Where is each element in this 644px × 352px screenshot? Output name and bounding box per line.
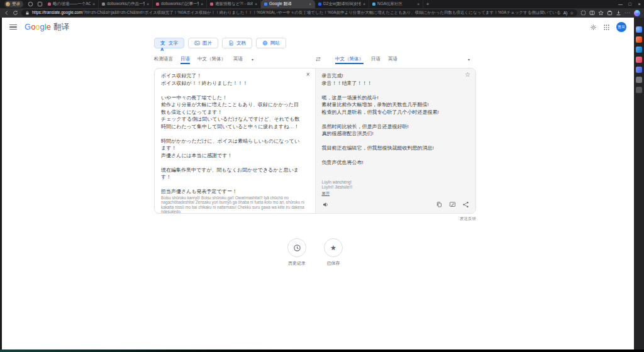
close-button[interactable]: ×: [635, 0, 644, 8]
settings-gear-icon[interactable]: [590, 24, 597, 31]
tab-title: 略の現場——一个ACG交流網站: [53, 1, 91, 7]
send-feedback-link[interactable]: 发送反馈: [460, 216, 476, 221]
tab-favicon: [102, 3, 105, 6]
tab-favicon: [156, 3, 159, 6]
tab-close-icon[interactable]: ×: [363, 2, 365, 6]
address-bar[interactable]: https://translate.google.com/?hl=zh-CN&s…: [21, 9, 577, 16]
tab-close-icon[interactable]: ×: [201, 2, 203, 6]
copy-translation-icon[interactable]: [436, 201, 443, 208]
browser-profile-button[interactable]: 登录: [4, 1, 23, 8]
tools-icon[interactable]: [636, 77, 642, 83]
history-clock-icon: [293, 244, 301, 252]
lang-japanese[interactable]: 日语: [371, 54, 380, 64]
tab-favicon: [318, 3, 321, 6]
source-text-input[interactable]: ボイス収録完了！ ボイス収録が！！終わりました！！！ いやー中々の長丁場でした！…: [161, 72, 309, 195]
romaji-transliteration: Boisu shūroku kanryō! Boisu shūroku ga!!…: [161, 195, 309, 214]
tab-favicon: [372, 3, 375, 6]
translation-panels: × ボイス収録完了！ ボイス収録が！！終わりました！！！ いやー中々の長丁場でし…: [154, 68, 476, 214]
apps-grid-icon[interactable]: [603, 24, 610, 31]
screenshot-icon[interactable]: [580, 10, 586, 16]
lang-english[interactable]: 英语: [233, 54, 243, 64]
lang-english[interactable]: 英语: [388, 54, 397, 64]
workspaces-icon[interactable]: [28, 1, 33, 7]
account-avatar[interactable]: 宣旦: [616, 22, 626, 32]
quick-actions: 历史记录 ★ 已保存: [154, 238, 476, 267]
browser-tab[interactable]: 通販情報など?! - dobuworks - C ×: [207, 0, 261, 8]
mode-label: 文字: [169, 40, 178, 47]
lang-chinese-simplified[interactable]: 中文（简体）: [197, 54, 226, 64]
tab-title: 通販情報など?! - dobuworks - C: [215, 1, 253, 7]
history-button[interactable]: 历史记录: [287, 238, 306, 267]
text-mode-icon: 文A: [160, 40, 166, 46]
translate-header: Google 翻译 宣旦: [2, 18, 634, 36]
browser-tab[interactable]: dobuworksの記事一覧 - C-en ×: [153, 0, 207, 8]
mode-text-button[interactable]: 文A 文字: [154, 38, 184, 48]
history-label: 历史记录: [288, 260, 306, 267]
read-aloud-icon[interactable]: A): [564, 11, 568, 15]
mode-image-button[interactable]: 图片: [188, 38, 218, 48]
tab-close-icon[interactable]: ×: [417, 2, 419, 6]
swap-languages-icon[interactable]: [315, 56, 321, 62]
mode-document-button[interactable]: 文档: [222, 38, 252, 48]
expand-link[interactable]: 展开: [322, 191, 470, 197]
pinyin-transliteration: Lùyīn wánchéng! Lùyīn!! Jiéshùle!!!: [322, 180, 470, 189]
browser-tab[interactable]: dobuworksの作品一覧 - C-en ×: [99, 0, 153, 8]
browser-titlebar: 登录 略の現場——一个ACG交流網站 × dobuworksの作品一覧 - C-…: [0, 0, 644, 8]
split-screen-icon[interactable]: [589, 10, 595, 16]
google-translate-logo[interactable]: Google 翻译: [25, 22, 69, 33]
mode-label: 文档: [236, 40, 246, 47]
mode-label: 网站: [270, 40, 280, 47]
tab-title: Google 翻译: [269, 1, 307, 7]
saved-button[interactable]: ★ 已保存: [324, 238, 343, 267]
teams-icon[interactable]: [636, 67, 642, 73]
browser-tab[interactable]: 略の現場——一个ACG交流網站 ×: [45, 0, 99, 8]
browser-tab[interactable]: D2全w(翻译特辑)好机器水电影 ×: [315, 0, 369, 8]
lang-detect[interactable]: 检测语言: [154, 54, 173, 64]
refresh-icon[interactable]: [13, 10, 18, 16]
tab-close-icon[interactable]: ×: [147, 2, 149, 6]
translate-main: 文A 文字 图片 文档 网站 检测语言: [154, 38, 476, 267]
back-icon[interactable]: [4, 10, 9, 16]
rate-translation-icon[interactable]: [449, 201, 456, 208]
more-icon[interactable]: ···: [625, 11, 631, 15]
tab-title: D2全w(翻译特辑)好机器水电影: [323, 1, 361, 7]
save-translation-star-icon[interactable]: ☆: [465, 72, 470, 78]
maximize-button[interactable]: □: [625, 0, 635, 8]
window-controls: — □ ×: [616, 0, 644, 8]
browser-tab[interactable]: NGA玩家社区 ×: [369, 0, 423, 8]
mode-label: 图片: [203, 40, 212, 47]
add-app-icon[interactable]: [636, 87, 642, 93]
collections-icon[interactable]: [607, 10, 613, 16]
tab-close-icon[interactable]: ×: [255, 2, 257, 6]
browser-tab[interactable]: Google 翻译 ×: [261, 0, 315, 8]
chevron-down-icon[interactable]: ▾: [252, 57, 253, 62]
share-translation-icon[interactable]: [462, 201, 469, 208]
url-host: https://translate.google.com: [32, 10, 82, 14]
tab-actions-icon[interactable]: [37, 1, 43, 7]
lang-chinese-simplified[interactable]: 中文（简体）: [335, 54, 364, 64]
favorite-star-icon[interactable]: ☆: [570, 11, 574, 16]
designer-icon[interactable]: [636, 57, 642, 63]
copilot-icon[interactable]: [634, 10, 640, 16]
copilot-icon[interactable]: [636, 26, 642, 33]
lock-icon: [25, 11, 30, 15]
lang-japanese[interactable]: 日语: [180, 54, 190, 64]
browser-toolbar: https://translate.google.com/?hl=zh-CN&s…: [0, 8, 644, 18]
microsoft-365-icon[interactable]: [636, 36, 642, 43]
listen-translation-icon[interactable]: [322, 201, 329, 208]
mode-website-button[interactable]: 网站: [256, 38, 286, 48]
clear-source-icon[interactable]: ×: [306, 72, 310, 78]
minimize-button[interactable]: —: [616, 0, 625, 8]
downloads-icon[interactable]: [616, 10, 621, 16]
outlook-icon[interactable]: [636, 47, 642, 53]
new-tab-button[interactable]: +: [423, 0, 432, 8]
google-wordmark: Google: [25, 22, 51, 31]
tab-close-icon[interactable]: ×: [309, 2, 311, 6]
chevron-down-icon[interactable]: ▾: [468, 57, 470, 62]
tab-title: dobuworksの作品一覧 - C-en: [107, 1, 145, 7]
menu-icon[interactable]: [9, 25, 17, 30]
tab-close-icon[interactable]: ×: [92, 2, 95, 6]
url-path: /?hl=zh-CN&sl=ja&tl=zh-CN&text=ボイス収録完了！%…: [82, 10, 561, 14]
favorites-icon[interactable]: [598, 10, 604, 16]
website-mode-icon: [262, 40, 268, 46]
